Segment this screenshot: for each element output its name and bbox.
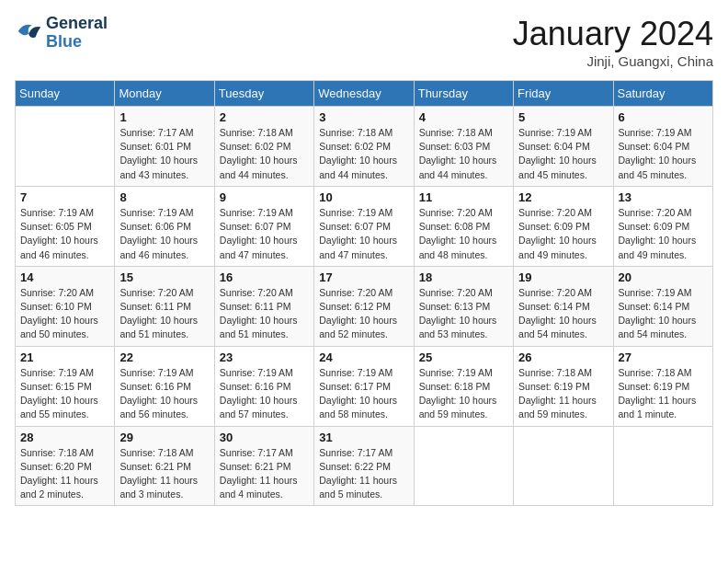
day-cell: 12Sunrise: 7:20 AMSunset: 6:09 PMDayligh… [514,186,613,266]
day-cell: 2Sunrise: 7:18 AMSunset: 6:02 PMDaylight… [214,107,313,187]
title-block: January 2024 Jinji, Guangxi, China [513,15,713,69]
day-info: Sunrise: 7:19 AMSunset: 6:07 PMDaylight:… [220,206,309,262]
day-number: 7 [20,190,109,204]
weekday-monday: Monday [115,81,214,107]
day-info: Sunrise: 7:20 AMSunset: 6:09 PMDaylight:… [518,206,608,262]
day-number: 19 [518,270,608,284]
week-row-2: 7Sunrise: 7:19 AMSunset: 6:05 PMDaylight… [16,186,713,266]
week-row-3: 14Sunrise: 7:20 AMSunset: 6:10 PMDayligh… [16,266,713,346]
day-info: Sunrise: 7:18 AMSunset: 6:19 PMDaylight:… [619,366,708,422]
day-info: Sunrise: 7:19 AMSunset: 6:16 PMDaylight:… [220,366,309,422]
day-number: 13 [619,190,708,204]
day-number: 27 [619,350,708,364]
calendar-table: SundayMondayTuesdayWednesdayThursdayFrid… [15,80,713,506]
day-info: Sunrise: 7:18 AMSunset: 6:20 PMDaylight:… [20,446,109,502]
day-number: 24 [319,350,408,364]
day-info: Sunrise: 7:20 AMSunset: 6:08 PMDaylight:… [419,206,508,262]
day-cell: 21Sunrise: 7:19 AMSunset: 6:15 PMDayligh… [16,346,115,426]
day-cell: 9Sunrise: 7:19 AMSunset: 6:07 PMDaylight… [214,186,313,266]
week-row-4: 21Sunrise: 7:19 AMSunset: 6:15 PMDayligh… [16,346,713,426]
day-cell [613,426,712,506]
day-info: Sunrise: 7:19 AMSunset: 6:06 PMDaylight:… [119,206,209,262]
day-info: Sunrise: 7:20 AMSunset: 6:10 PMDaylight:… [20,286,109,342]
day-info: Sunrise: 7:18 AMSunset: 6:19 PMDaylight:… [518,366,608,422]
day-cell: 14Sunrise: 7:20 AMSunset: 6:10 PMDayligh… [16,266,115,346]
day-cell: 5Sunrise: 7:19 AMSunset: 6:04 PMDaylight… [514,107,613,187]
day-info: Sunrise: 7:18 AMSunset: 6:02 PMDaylight:… [319,126,408,182]
day-info: Sunrise: 7:19 AMSunset: 6:18 PMDaylight:… [419,366,508,422]
day-info: Sunrise: 7:20 AMSunset: 6:11 PMDaylight:… [220,286,309,342]
day-cell: 10Sunrise: 7:19 AMSunset: 6:07 PMDayligh… [314,186,414,266]
day-cell: 13Sunrise: 7:20 AMSunset: 6:09 PMDayligh… [613,186,712,266]
month-title: January 2024 [513,15,713,53]
day-cell: 25Sunrise: 7:19 AMSunset: 6:18 PMDayligh… [414,346,513,426]
day-cell: 26Sunrise: 7:18 AMSunset: 6:19 PMDayligh… [514,346,613,426]
day-info: Sunrise: 7:20 AMSunset: 6:13 PMDaylight:… [419,286,508,342]
day-cell: 22Sunrise: 7:19 AMSunset: 6:16 PMDayligh… [115,346,214,426]
day-number: 23 [220,350,309,364]
day-number: 22 [119,350,209,364]
day-info: Sunrise: 7:19 AMSunset: 6:15 PMDaylight:… [20,366,109,422]
day-cell: 28Sunrise: 7:18 AMSunset: 6:20 PMDayligh… [16,426,115,506]
day-number: 21 [20,350,109,364]
weekday-tuesday: Tuesday [214,81,313,107]
day-cell [414,426,513,506]
logo: General Blue [15,15,108,52]
weekday-thursday: Thursday [414,81,513,107]
day-cell: 15Sunrise: 7:20 AMSunset: 6:11 PMDayligh… [115,266,214,346]
day-info: Sunrise: 7:20 AMSunset: 6:09 PMDaylight:… [619,206,708,262]
day-number: 26 [518,350,608,364]
day-info: Sunrise: 7:20 AMSunset: 6:14 PMDaylight:… [518,286,608,342]
day-cell: 11Sunrise: 7:20 AMSunset: 6:08 PMDayligh… [414,186,513,266]
logo-blue: Blue [46,33,108,52]
day-number: 14 [20,270,109,284]
weekday-friday: Friday [514,81,613,107]
logo-icon [17,18,42,44]
day-cell: 31Sunrise: 7:17 AMSunset: 6:22 PMDayligh… [314,426,414,506]
day-number: 9 [220,190,309,204]
day-info: Sunrise: 7:20 AMSunset: 6:12 PMDaylight:… [319,286,408,342]
day-cell: 1Sunrise: 7:17 AMSunset: 6:01 PMDaylight… [115,107,214,187]
day-number: 16 [220,270,309,284]
day-number: 2 [220,110,309,124]
day-cell: 23Sunrise: 7:19 AMSunset: 6:16 PMDayligh… [214,346,313,426]
day-number: 15 [119,270,209,284]
day-cell: 19Sunrise: 7:20 AMSunset: 6:14 PMDayligh… [514,266,613,346]
day-cell: 3Sunrise: 7:18 AMSunset: 6:02 PMDaylight… [314,107,414,187]
day-number: 28 [20,431,109,444]
calendar-body: 1Sunrise: 7:17 AMSunset: 6:01 PMDaylight… [16,107,713,506]
day-cell: 8Sunrise: 7:19 AMSunset: 6:06 PMDaylight… [115,186,214,266]
day-number: 10 [319,190,408,204]
weekday-sunday: Sunday [16,81,115,107]
weekday-saturday: Saturday [613,81,712,107]
day-cell: 16Sunrise: 7:20 AMSunset: 6:11 PMDayligh… [214,266,313,346]
day-number: 20 [619,270,708,284]
day-number: 30 [220,431,309,444]
day-number: 31 [319,431,408,444]
day-info: Sunrise: 7:20 AMSunset: 6:11 PMDaylight:… [119,286,209,342]
day-number: 3 [319,110,408,124]
day-info: Sunrise: 7:19 AMSunset: 6:04 PMDaylight:… [619,126,708,182]
day-number: 5 [518,110,608,124]
weekday-header-row: SundayMondayTuesdayWednesdayThursdayFrid… [16,81,713,107]
day-info: Sunrise: 7:19 AMSunset: 6:07 PMDaylight:… [319,206,408,262]
day-cell: 7Sunrise: 7:19 AMSunset: 6:05 PMDaylight… [16,186,115,266]
week-row-1: 1Sunrise: 7:17 AMSunset: 6:01 PMDaylight… [16,107,713,187]
day-info: Sunrise: 7:19 AMSunset: 6:16 PMDaylight:… [119,366,209,422]
day-number: 4 [419,110,508,124]
day-cell: 20Sunrise: 7:19 AMSunset: 6:14 PMDayligh… [613,266,712,346]
day-info: Sunrise: 7:17 AMSunset: 6:01 PMDaylight:… [119,126,209,182]
day-info: Sunrise: 7:19 AMSunset: 6:14 PMDaylight:… [619,286,708,342]
day-info: Sunrise: 7:18 AMSunset: 6:21 PMDaylight:… [119,446,209,502]
location: Jinji, Guangxi, China [513,53,713,69]
day-number: 12 [518,190,608,204]
day-info: Sunrise: 7:19 AMSunset: 6:05 PMDaylight:… [20,206,109,262]
page-header: General Blue January 2024 Jinji, Guangxi… [15,15,713,69]
day-number: 25 [419,350,508,364]
day-number: 29 [119,431,209,444]
day-info: Sunrise: 7:19 AMSunset: 6:04 PMDaylight:… [518,126,608,182]
day-info: Sunrise: 7:17 AMSunset: 6:21 PMDaylight:… [220,446,309,502]
day-cell: 17Sunrise: 7:20 AMSunset: 6:12 PMDayligh… [314,266,414,346]
day-number: 1 [119,110,209,124]
day-cell [514,426,613,506]
